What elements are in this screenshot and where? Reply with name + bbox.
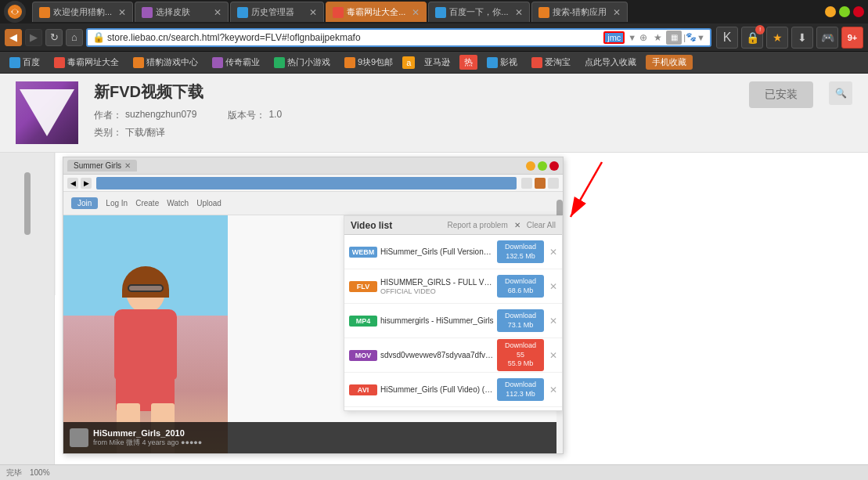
item-close-icon[interactable]: ✕ (549, 350, 557, 361)
back-button[interactable]: ◀ (5, 29, 22, 46)
bookmark-aitaobao[interactable]: 爱淘宝 (527, 55, 575, 70)
torso (114, 309, 177, 380)
download-btn-mov[interactable]: Download 55 55.9 Mb (497, 339, 544, 371)
star-nav-btn[interactable]: ★ (766, 27, 788, 49)
notification-count: 9+ (848, 33, 858, 42)
inner-fwd-btn[interactable]: ▶ (81, 178, 92, 189)
download-btn-webm[interactable]: Download 132.5 Mb (497, 240, 544, 263)
inner-icon3[interactable] (548, 178, 559, 189)
download-btn-flv[interactable]: Download 68.6 Mb (497, 275, 544, 298)
nav-arrow-icon[interactable]: ▼ (697, 33, 705, 42)
bookmark-hot[interactable]: 热 (459, 55, 477, 70)
category-meta: 类别： 下载/翻译 (94, 126, 733, 139)
inner-tab-close[interactable]: ✕ (124, 161, 131, 170)
bk-favicon (531, 57, 542, 68)
tab-close-icon[interactable]: ✕ (515, 7, 523, 18)
tab-close-icon[interactable]: ✕ (613, 7, 621, 18)
inner-browser-nav: ◀ ▶ (63, 175, 563, 192)
star-nav-icon: ★ (773, 31, 783, 44)
tab-history[interactable]: 历史管理器 ✕ (230, 2, 324, 22)
shield-icon: 🐾 (686, 32, 697, 42)
upload-link[interactable]: Upload (196, 199, 222, 208)
bookmark-duba[interactable]: 毒霸网址大全 (49, 55, 124, 70)
install-button[interactable]: 已安装 (749, 81, 813, 108)
tab-skin[interactable]: 选择皮肤 ✕ (135, 2, 229, 22)
refresh-button[interactable]: ↻ (45, 29, 63, 46)
forward-button[interactable]: ▶ (25, 29, 42, 46)
clear-link[interactable]: Clear All (527, 221, 556, 229)
tab-close-icon[interactable]: ✕ (309, 7, 317, 18)
dl-size: 112.3 Mb (500, 390, 541, 399)
inner-back-btn[interactable]: ◀ (67, 178, 78, 189)
maximize-button[interactable] (839, 6, 850, 17)
video-meta: from Mike 微博 4 years ago ●●●●● (93, 438, 202, 448)
bookmark-label: 热门小游戏 (287, 56, 330, 68)
bookmark-9kuai[interactable]: 9块9包邮 (340, 55, 398, 70)
create-link[interactable]: Create (135, 199, 159, 208)
bottom-info: HiSummer_Girls_2010 from Mike 微博 4 years… (93, 428, 202, 448)
tab-search[interactable]: 搜索-猎豹应用 ✕ (531, 2, 628, 22)
bookmark-label: 猎豹游戏中心 (146, 56, 198, 68)
tab-close-icon[interactable]: ✕ (118, 7, 126, 18)
shield-nav-btn[interactable]: 🔒 ! (741, 27, 763, 49)
title-bar: 欢迎使用猎豹... ✕ 选择皮肤 ✕ 历史管理器 ✕ 毒霸网址大全... ✕ 百… (0, 0, 868, 23)
bookmark-game[interactable]: 猎豹游戏中心 (128, 55, 203, 70)
address-highlight: jmc (603, 31, 625, 44)
glasses (128, 284, 164, 292)
tab-duba[interactable]: 毒霸网址大全... ✕ (326, 2, 427, 22)
item-close-icon[interactable]: ✕ (549, 384, 557, 395)
inner-close-btn[interactable] (549, 161, 559, 171)
bookmark-hotgame[interactable]: 热门小游戏 (269, 55, 335, 70)
inner-max-btn[interactable] (538, 161, 547, 171)
notification-btn[interactable]: 9+ (841, 27, 863, 49)
report-link[interactable]: Report a problem (447, 221, 507, 229)
bookmark-chuanqi[interactable]: 传奇霸业 (207, 55, 265, 70)
bookmark-baidu[interactable]: 百度 (5, 55, 45, 70)
join-btn[interactable]: Join (71, 197, 98, 209)
bk-favicon (212, 57, 223, 68)
dl-label: Download (500, 312, 541, 321)
inner-min-btn[interactable] (526, 161, 535, 171)
tab-baidu[interactable]: 百度一下，你... ✕ (428, 2, 529, 22)
download-nav-btn[interactable]: ⬇ (791, 27, 813, 49)
rss-icon[interactable]: ⊕ (636, 31, 650, 45)
watch-link[interactable]: Watch (167, 199, 189, 208)
login-link[interactable]: Log In (106, 199, 128, 208)
tab-close-icon[interactable]: ✕ (214, 7, 222, 18)
minimize-button[interactable] (825, 6, 836, 17)
bk-favicon (54, 57, 65, 68)
gamepad-nav-btn[interactable]: 🎮 (816, 27, 838, 49)
inner-address-bar[interactable] (96, 177, 517, 189)
sidebar-scroll[interactable] (24, 172, 31, 235)
item-close-icon[interactable]: ✕ (549, 316, 557, 327)
close-button[interactable] (853, 6, 864, 17)
qr-icon[interactable]: ▦ (666, 31, 682, 45)
item-close-icon[interactable]: ✕ (549, 281, 557, 292)
tab-favicon (237, 7, 248, 18)
page-search-icon[interactable]: 🔍 (829, 81, 852, 105)
red-arrow-annotation (555, 154, 618, 235)
address-bar[interactable]: 🔒 store.liebao.cn/search.html?keyword=FL… (86, 28, 711, 47)
inner-tab[interactable]: Summer Girls ✕ (67, 160, 137, 171)
search-icon-btn[interactable]: K (716, 27, 738, 49)
tab-welcome[interactable]: 欢迎使用猎豹... ✕ (32, 2, 133, 22)
tab-close-icon[interactable]: ✕ (412, 7, 420, 18)
item-close-icon[interactable]: ✕ (549, 247, 557, 258)
dl-size: 68.6 Mb (500, 287, 541, 296)
inner-browser-bar: Summer Girls ✕ (63, 157, 563, 175)
download-btn-avi[interactable]: Download 112.3 Mb (497, 378, 544, 401)
dropdown-icon[interactable]: ▼ (628, 33, 636, 42)
home-button[interactable]: ⌂ (66, 29, 83, 46)
bookmark-import[interactable]: 点此导入收藏 (580, 55, 641, 70)
bookmark-mobile-folder[interactable]: 手机收藏 (646, 55, 693, 70)
inner-icon1[interactable] (521, 178, 532, 189)
bookmark-video[interactable]: 影视 (482, 55, 522, 70)
bookmark-amazon-icon[interactable]: a (402, 56, 415, 69)
download-btn-mp4[interactable]: Download 73.1 Mb (497, 309, 544, 332)
browser-logo (4, 1, 26, 23)
star-icon[interactable]: ★ (650, 31, 665, 45)
svg-point-1 (13, 9, 17, 14)
web-preview: Summer Girls ✕ ◀ ▶ (55, 153, 868, 464)
bookmark-amazon[interactable]: 亚马逊 (420, 55, 455, 70)
inner-icon2[interactable] (535, 178, 546, 189)
